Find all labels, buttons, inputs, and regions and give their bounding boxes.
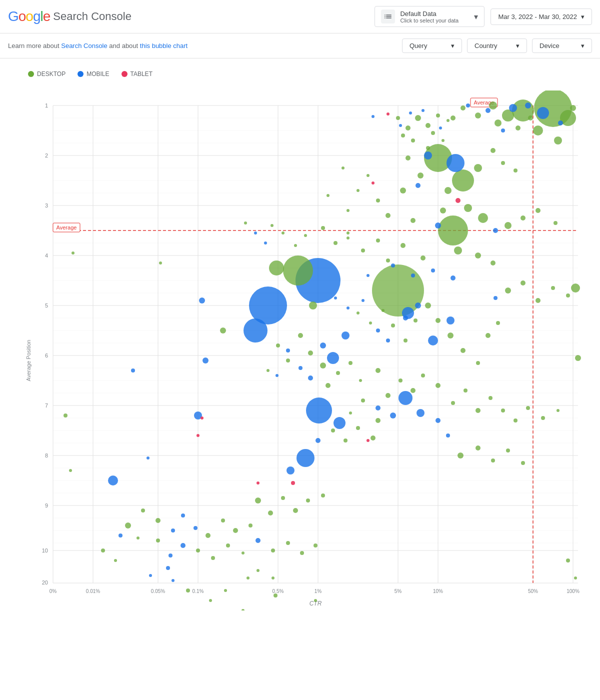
query-filter-button[interactable]: Query ▾ xyxy=(402,38,462,53)
svg-point-145 xyxy=(431,268,435,272)
svg-point-91 xyxy=(509,104,517,112)
svg-point-294 xyxy=(294,244,297,247)
svg-point-123 xyxy=(386,213,390,218)
svg-point-152 xyxy=(536,298,540,303)
svg-point-290 xyxy=(334,241,338,245)
svg-point-120 xyxy=(435,222,441,228)
svg-point-208 xyxy=(488,396,492,400)
svg-point-106 xyxy=(426,146,430,150)
svg-point-177 xyxy=(334,296,337,300)
svg-point-103 xyxy=(490,148,496,153)
svg-point-256 xyxy=(233,528,238,533)
svg-point-157 xyxy=(436,318,440,323)
svg-point-244 xyxy=(306,498,310,502)
svg-point-114 xyxy=(464,204,472,212)
svg-point-239 xyxy=(108,476,118,486)
svg-point-264 xyxy=(211,556,215,560)
svg-point-254 xyxy=(206,533,210,538)
svg-point-171 xyxy=(415,302,421,308)
svg-point-302 xyxy=(146,456,150,460)
svg-point-234 xyxy=(458,452,464,458)
svg-text:0%: 0% xyxy=(50,588,57,594)
search-console-link[interactable]: Search Console xyxy=(61,42,108,50)
svg-point-109 xyxy=(416,183,420,188)
svg-point-85 xyxy=(450,116,456,120)
svg-point-287 xyxy=(200,416,204,420)
svg-point-216 xyxy=(398,391,412,405)
svg-point-233 xyxy=(316,438,320,443)
svg-point-181 xyxy=(308,350,313,356)
svg-point-113 xyxy=(478,213,488,223)
svg-point-130 xyxy=(326,194,330,197)
svg-point-119 xyxy=(554,221,558,225)
svg-point-223 xyxy=(366,439,370,442)
data-selector-icon xyxy=(381,10,395,24)
bubble-chart-svg: 1 2 3 4 5 6 7 8 9 10 20 0% 0.01% 0.05% 0… xyxy=(28,90,583,610)
svg-point-280 xyxy=(149,574,152,577)
svg-point-87 xyxy=(494,120,502,126)
svg-text:1: 1 xyxy=(45,102,48,108)
device-filter-arrow-icon: ▾ xyxy=(581,42,584,50)
svg-point-303 xyxy=(186,588,190,592)
svg-point-242 xyxy=(281,496,285,500)
svg-text:4: 4 xyxy=(45,252,48,258)
svg-point-301 xyxy=(131,368,135,372)
header-controls: Default Data Click to select your data ▾… xyxy=(374,6,592,27)
svg-point-127 xyxy=(356,189,360,192)
data-selector-button[interactable]: Default Data Click to select your data ▾ xyxy=(374,6,484,27)
svg-point-289 xyxy=(372,115,374,118)
country-filter-button[interactable]: Country ▾ xyxy=(467,38,527,53)
svg-text:5: 5 xyxy=(45,302,48,308)
svg-point-312 xyxy=(415,115,421,121)
svg-point-195 xyxy=(286,348,290,352)
svg-point-269 xyxy=(286,541,290,545)
svg-point-92 xyxy=(525,102,531,108)
svg-point-235 xyxy=(476,446,480,450)
svg-point-196 xyxy=(276,374,278,377)
svg-point-293 xyxy=(304,234,307,237)
svg-point-158 xyxy=(448,332,454,338)
svg-point-236 xyxy=(491,458,495,462)
svg-point-95 xyxy=(466,104,470,108)
svg-point-136 xyxy=(454,246,462,254)
svg-point-292 xyxy=(321,226,325,230)
svg-text:10: 10 xyxy=(42,548,48,554)
chart-legend: DESKTOP MOBILE TABLET xyxy=(8,66,596,86)
query-filter-arrow-icon: ▾ xyxy=(451,42,454,50)
legend-item-tablet: TABLET xyxy=(122,70,152,78)
svg-point-270 xyxy=(300,551,304,555)
country-filter-label: Country xyxy=(474,42,498,50)
svg-point-246 xyxy=(125,522,131,528)
svg-point-161 xyxy=(486,333,490,338)
data-selector-arrow-icon: ▾ xyxy=(474,12,478,22)
svg-point-307 xyxy=(274,594,278,598)
svg-point-189 xyxy=(359,379,362,382)
svg-point-318 xyxy=(411,138,415,142)
svg-point-240 xyxy=(255,498,261,504)
svg-text:0.05%: 0.05% xyxy=(151,588,165,594)
svg-point-265 xyxy=(226,544,230,548)
svg-point-184 xyxy=(276,344,280,348)
svg-point-255 xyxy=(221,518,225,522)
svg-point-148 xyxy=(391,264,395,268)
svg-text:2: 2 xyxy=(45,152,48,158)
desktop-label: DESKTOP xyxy=(37,70,66,78)
svg-point-276 xyxy=(172,579,174,582)
svg-point-325 xyxy=(446,119,450,122)
device-filter-button[interactable]: Device ▾ xyxy=(532,38,592,53)
svg-point-207 xyxy=(476,408,480,413)
svg-point-251 xyxy=(171,528,175,532)
filter-controls: Query ▾ Country ▾ Device ▾ xyxy=(402,38,592,53)
svg-point-323 xyxy=(399,124,402,127)
svg-point-232 xyxy=(286,466,294,474)
svg-point-248 xyxy=(118,534,122,538)
svg-point-238 xyxy=(521,461,525,465)
chart-plot-area[interactable]: 1 2 3 4 5 6 7 8 9 10 20 0% 0.01% 0.05% 0… xyxy=(28,90,583,610)
svg-point-226 xyxy=(376,418,380,423)
svg-point-212 xyxy=(541,416,545,420)
logo: Google Search Console xyxy=(8,8,132,24)
date-range-selector[interactable]: Mar 3, 2022 - Mar 30, 2022 ▾ xyxy=(490,8,592,25)
svg-point-102 xyxy=(406,156,410,160)
bubble-chart-link[interactable]: this bubble chart xyxy=(140,42,188,50)
svg-point-185 xyxy=(266,369,270,372)
